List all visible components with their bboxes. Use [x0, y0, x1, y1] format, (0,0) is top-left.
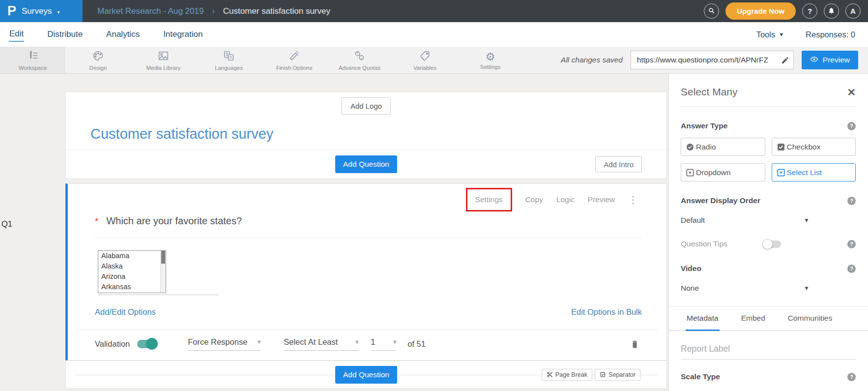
toolbar-item-media-library[interactable]: Media Library	[131, 47, 196, 73]
answer-type-select-list[interactable]: Select List	[772, 163, 856, 181]
scale-type-label: Scale Type	[681, 372, 720, 381]
question-settings-action[interactable]: Settings	[475, 195, 503, 204]
help-icon[interactable]: ?	[847, 197, 856, 205]
toolbar-item-label: Media Library	[146, 65, 181, 71]
list-option[interactable]: Arkansas	[98, 282, 166, 292]
checkbox-check-icon	[777, 143, 785, 151]
question-block: Settings Copy Logic Preview ⋮ * Which ar…	[65, 183, 667, 361]
answer-type-option-label: Checkbox	[787, 143, 821, 151]
survey-url-input[interactable]	[636, 55, 781, 65]
responses-count[interactable]: Responses: 0	[806, 30, 855, 39]
list-option[interactable]: Arizona	[98, 271, 166, 282]
caret-down-icon: ▼	[779, 31, 784, 37]
help-icon[interactable]: ?	[847, 373, 856, 381]
image-icon	[157, 50, 170, 64]
answer-type-checkbox[interactable]: Checkbox	[772, 138, 856, 156]
add-logo-button[interactable]: Add Logo	[342, 97, 391, 115]
breadcrumb-separator: ›	[212, 7, 214, 16]
question-tips-row: Question Tips ?	[681, 240, 856, 248]
help-icon[interactable]: ?	[847, 122, 856, 130]
validation-rule-dropdown[interactable]: Select At Least ▾	[284, 337, 358, 351]
validation-toggle[interactable]	[137, 340, 157, 348]
tab-communities[interactable]: Communities	[787, 307, 833, 330]
workspace-icon	[27, 50, 39, 64]
help-icon[interactable]: ?	[847, 265, 856, 273]
delete-question-button[interactable]	[630, 339, 639, 349]
surveys-menu[interactable]: P Surveys ▾	[0, 0, 83, 22]
survey-title[interactable]: Customer satisfaction survey	[90, 126, 273, 142]
toolbar-item-variables[interactable]: Variables	[392, 47, 458, 73]
tab-integration[interactable]: Integration	[163, 28, 203, 41]
tag-icon	[419, 50, 431, 64]
survey-header-block: Add Logo Customer satisfaction survey Ad…	[65, 91, 667, 179]
radio-check-icon	[686, 143, 694, 151]
search-button[interactable]	[704, 3, 719, 19]
toolbar-right: All changes saved Preview	[561, 47, 868, 73]
toolbar-item-advance-quotas[interactable]: Advance Quotas	[327, 47, 392, 73]
panel-divider	[681, 106, 856, 107]
close-icon[interactable]: ✕	[847, 87, 856, 97]
top-bar: P Surveys ▾ Market Research - Aug 2019 ›…	[0, 0, 868, 22]
answer-type-dropdown[interactable]: Dropdown	[681, 163, 765, 181]
answer-type-header: Answer Type ?	[681, 121, 856, 130]
caret-down-icon: ▼	[804, 285, 810, 292]
answer-type-option-label: Select List	[787, 168, 822, 177]
toolbar-item-languages[interactable]: 文A Languages	[196, 47, 261, 73]
answer-type-option-label: Radio	[696, 143, 716, 151]
answer-list-wrap: Alabama Alaska Arizona Arkansas	[98, 250, 219, 295]
caret-down-icon: ▾	[355, 338, 358, 345]
notifications-button[interactable]	[824, 3, 839, 19]
checked-box-icon	[600, 371, 606, 378]
validation-rule-value: Select At Least	[284, 337, 338, 347]
tools-menu[interactable]: Tools ▼	[756, 30, 784, 39]
edit-options-in-bulk-link[interactable]: Edit Options in Bulk	[571, 307, 642, 317]
page-break-label: Page Break	[555, 371, 587, 378]
page-break-button[interactable]: Page Break	[542, 369, 592, 381]
question-copy-action[interactable]: Copy	[525, 195, 543, 204]
breadcrumb-folder[interactable]: Market Research - Aug 2019	[97, 6, 203, 16]
display-order-dropdown[interactable]: Default ▼	[681, 216, 810, 225]
question-text[interactable]: Which are your favorite states?	[106, 215, 242, 227]
upgrade-now-button[interactable]: Upgrade Now	[725, 2, 796, 20]
help-icon[interactable]: ?	[847, 240, 856, 248]
tab-embed[interactable]: Embed	[740, 307, 766, 330]
listbox-scrollbar-thumb[interactable]	[161, 251, 165, 264]
add-question-button-bottom[interactable]: Add Question	[335, 366, 397, 384]
translate-icon: 文A	[223, 50, 235, 64]
report-label-input[interactable]	[681, 344, 856, 360]
kebab-menu-icon[interactable]: ⋮	[628, 194, 638, 206]
force-response-dropdown[interactable]: Force Response ▾	[188, 337, 260, 351]
question-tips-toggle[interactable]	[763, 241, 781, 248]
nav-right: Tools ▼ Responses: 0	[756, 30, 855, 39]
svg-text:A: A	[230, 55, 232, 60]
separator-button[interactable]: Separator	[595, 369, 640, 381]
validation-count-dropdown[interactable]: 1 ▾	[371, 337, 396, 351]
question-preview-action[interactable]: Preview	[588, 195, 615, 204]
help-button[interactable]: ?	[802, 3, 817, 19]
add-intro-button[interactable]: Add Intro	[595, 156, 642, 173]
listbox-scrollbar[interactable]	[160, 251, 166, 293]
toolbar-item-workspace[interactable]: Workspace	[0, 47, 65, 73]
list-option[interactable]: Alabama	[98, 251, 166, 261]
validation-count-value: 1	[371, 337, 375, 347]
preview-button-label: Preview	[823, 56, 850, 64]
toolbar-item-settings[interactable]: ⚙ Settings	[458, 47, 523, 73]
answer-type-radio[interactable]: Radio	[681, 138, 765, 156]
tab-analytics[interactable]: Analytics	[106, 28, 140, 41]
preview-button[interactable]: Preview	[802, 51, 858, 69]
toolbar-item-design[interactable]: Design	[65, 47, 131, 73]
add-question-button-top[interactable]: Add Question	[335, 155, 397, 173]
toolbar-item-finish-options[interactable]: Finish Options	[261, 47, 327, 73]
edit-url-pencil-icon[interactable]	[781, 56, 789, 64]
tab-metadata[interactable]: Metadata	[686, 307, 720, 331]
add-edit-options-link[interactable]: Add/Edit Options	[95, 307, 156, 317]
caret-down-icon: ▾	[57, 9, 59, 15]
account-avatar[interactable]: A	[845, 3, 861, 19]
list-option[interactable]: Alaska	[98, 261, 166, 271]
states-select-list[interactable]: Alabama Alaska Arizona Arkansas	[98, 250, 166, 293]
tab-edit[interactable]: Edit	[9, 28, 24, 42]
question-logic-action[interactable]: Logic	[556, 195, 575, 204]
tab-distribute[interactable]: Distribute	[47, 28, 83, 41]
video-value: None	[681, 284, 699, 293]
video-dropdown[interactable]: None ▼	[681, 284, 810, 293]
